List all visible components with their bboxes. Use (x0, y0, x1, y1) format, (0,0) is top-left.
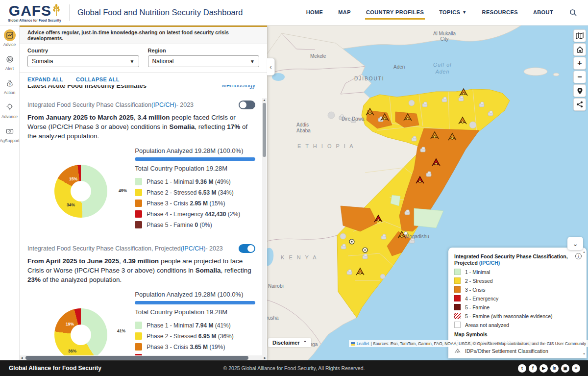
zoom-out-button[interactable]: − (573, 71, 586, 83)
sidebar-item-agsupport[interactable]: AgSupport (0, 122, 19, 146)
basemap-button[interactable] (573, 29, 586, 42)
leaflet-link[interactable]: Leaflet (357, 341, 369, 346)
scrollbar-thumb[interactable] (263, 103, 266, 157)
linkedin-icon[interactable]: in (550, 364, 559, 373)
horizontal-scrollbar[interactable]: ◀ ▶ (20, 355, 267, 360)
expand-collapse-row: EXPAND ALL COLLAPSE ALL (20, 73, 267, 85)
country-label: Country (27, 48, 139, 53)
phase-row: Phase 5 - Famine 0 (0%) (135, 221, 255, 228)
panel-content: Latest Acute Food Insecurity Estimates M… (20, 85, 267, 367)
ipc-ch-link[interactable]: (IPC/CH) (151, 101, 176, 108)
map-attribution: Leaflet | Sources: Esri, TomTom, Garmin,… (349, 340, 588, 347)
country-select[interactable]: Somalia ▼ (27, 55, 139, 67)
disclaimer-button[interactable]: Disclaimer ⌃ (268, 338, 311, 347)
scroll-up-icon[interactable]: ▲ (583, 251, 586, 253)
locate-button[interactable] (573, 84, 586, 97)
nav-about[interactable]: ABOUT (532, 5, 554, 20)
nav-map[interactable]: MAP (337, 5, 352, 20)
phase-row: Phase 2 - Stressed 6.95 M (36%) (135, 332, 255, 340)
phase-swatch (135, 189, 142, 196)
facebook-icon[interactable]: f (529, 364, 537, 373)
urban-settlement-icon[interactable] (349, 239, 354, 244)
gafs-logo[interactable]: GAFS Global Alliance for Food Security (0, 3, 68, 22)
sidebar-item-label: Alert (5, 66, 14, 71)
ipc-ch-link[interactable]: (IPC/CH) (479, 260, 500, 266)
expand-all-link[interactable]: EXPAND ALL (27, 76, 63, 82)
search-icon[interactable] (569, 9, 577, 17)
label-mukalla1: Al Mukalla (433, 31, 456, 36)
scroll-down-icon[interactable]: ▼ (583, 352, 586, 355)
label-mukalla2: City (440, 36, 448, 42)
sidebar-item-advice[interactable]: Advice (0, 25, 19, 50)
methodology-link[interactable]: Methodology (221, 85, 255, 92)
advice-banner: Advice offers regular, just-in-time know… (20, 27, 267, 44)
population-analyzed: Population Analyzed 19.28M (100.0%) (135, 147, 255, 154)
sidebar-item-alert[interactable]: Alert (0, 50, 19, 74)
ipc-ch-link[interactable]: (IPC/CH) (181, 245, 206, 252)
section1-chart: 49% 34% 15% Population Analyzed 19.28M (… (27, 147, 255, 232)
phase-swatch (135, 178, 142, 185)
scroll-left-icon[interactable]: ◀ (21, 356, 23, 359)
share-button[interactable] (573, 98, 586, 111)
scroll-up-icon[interactable]: ▲ (262, 99, 267, 101)
phase-row: Phase 3 - Crisis 2.95 M (15%) (135, 200, 255, 207)
urban-settlement-icon[interactable] (363, 248, 368, 252)
instagram-icon[interactable]: ▣ (561, 364, 569, 373)
caret-up-icon: ⌃ (303, 340, 307, 345)
population-analyzed: Population Analyzed 19.28M (100.0%) (135, 291, 255, 298)
basemap-icon (576, 32, 584, 39)
sidebar-item-action[interactable]: $ Action (0, 74, 19, 98)
youtube-icon[interactable]: ▶ (539, 364, 548, 373)
legend-item: 5 - Famine (454, 304, 580, 310)
section1-title: Integrated Food Security Phase Classific… (27, 100, 255, 109)
share-icon (576, 101, 583, 108)
section2-toggle[interactable] (239, 244, 255, 253)
donut-label: 19% (66, 322, 74, 326)
donut-label: 36% (68, 349, 76, 353)
flickr-icon[interactable]: •• (572, 364, 580, 373)
label-djibouti: DJIBOUTI (354, 76, 385, 81)
scrollbar-thumb[interactable] (25, 356, 248, 360)
scroll-right-icon[interactable]: ▶ (264, 356, 266, 359)
twitter-icon[interactable]: t (518, 364, 526, 373)
nav-topics[interactable]: TOPICS ▼ (438, 5, 467, 20)
section-header-row: Latest Acute Food Insecurity Estimates M… (27, 85, 255, 92)
section1-toggle[interactable] (239, 100, 255, 109)
label-mekele: Mekele (310, 53, 326, 59)
nav-home[interactable]: HOME (305, 5, 324, 20)
map-island (524, 68, 547, 75)
donut-label: 41% (117, 328, 125, 333)
collapse-all-link[interactable]: COLLAPSE ALL (76, 76, 120, 82)
footer-copyright: © 2025 Global Alliance for Food Security… (0, 365, 588, 371)
lightbulb-icon (4, 101, 16, 113)
population-progress-bar (135, 301, 255, 304)
region-select[interactable]: National ▼ (148, 55, 260, 67)
home-button[interactable] (573, 43, 586, 56)
legend-scrollbar[interactable]: ▲ ▼ (582, 251, 586, 355)
sidebar-item-label: Advance (1, 114, 18, 119)
legend-swatch (454, 269, 461, 275)
filters: Country Somalia ▼ Region National ▼ (20, 44, 267, 73)
legend-swatch (454, 295, 461, 301)
phase-swatch (135, 210, 142, 218)
zoom-in-button[interactable]: + (573, 57, 586, 70)
donut-label: 49% (119, 188, 127, 193)
map-symbols-title: Map Symbols (454, 331, 580, 337)
nav-country-profiles[interactable]: COUNTRY PROFILES (365, 5, 425, 20)
label-arusha: Arusha (267, 315, 279, 321)
vertical-scrollbar[interactable]: ▲ ▼ (262, 98, 267, 376)
alert-target-icon (4, 53, 16, 65)
map[interactable]: Mekele Addis Ababa Dire Dawa DJIBOUTI E … (267, 25, 588, 360)
panel-collapse-button[interactable]: ‹ (267, 58, 275, 75)
map-controls: + − (573, 29, 586, 111)
legend-collapse-button[interactable]: ⌄ (567, 237, 583, 250)
nav-resources[interactable]: RESOURCES (481, 5, 519, 20)
info-icon[interactable]: i (575, 253, 582, 259)
label-mogadishu: Mogadishu (405, 234, 429, 239)
donut-label: 15% (69, 176, 77, 181)
sidebar-rail: Advice Alert $ Action Advance (0, 25, 20, 360)
social-links: t f ▶ in ▣ •• (518, 364, 588, 373)
phase-row: Phase 4 - Emergency 442,430 (2%) (135, 210, 255, 218)
toggle-knob (240, 101, 246, 108)
sidebar-item-advance[interactable]: Advance (0, 98, 19, 122)
